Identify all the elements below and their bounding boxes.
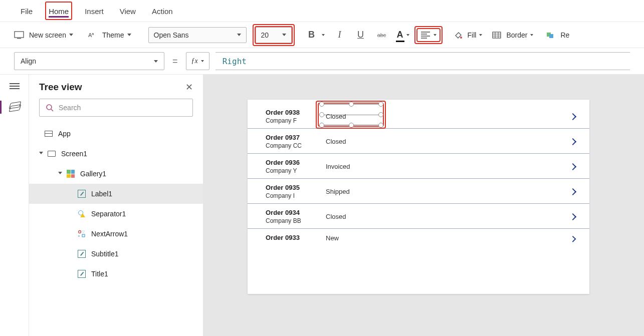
border-icon <box>492 32 501 39</box>
label-icon <box>77 269 86 278</box>
chevron-right-icon <box>569 188 576 195</box>
font-color-button[interactable]: A <box>396 28 410 42</box>
tree-view-icon[interactable] <box>9 101 20 112</box>
tree-item-title[interactable]: Title1 <box>29 264 203 284</box>
order-title: Order 0935 <box>266 184 326 191</box>
next-arrow[interactable] <box>570 214 581 219</box>
hamburger-icon[interactable] <box>9 82 21 91</box>
theme-button[interactable]: Theme <box>101 29 132 41</box>
italic-button[interactable]: I <box>333 28 347 42</box>
strikethrough-button[interactable]: abc <box>375 28 389 42</box>
chevron-down-icon <box>201 60 204 62</box>
new-screen-icon <box>14 31 24 39</box>
align-icon <box>420 31 431 39</box>
svg-text:+: + <box>78 234 80 238</box>
svg-rect-14 <box>549 34 553 38</box>
formula-value: Right <box>223 57 247 66</box>
gallery-icon <box>66 169 75 178</box>
expand-icon[interactable] <box>58 172 62 176</box>
equals-label: = <box>170 56 180 67</box>
tab-file[interactable]: File <box>18 2 36 20</box>
order-status: New <box>326 234 416 242</box>
order-status: Closed <box>326 213 416 220</box>
tree-item-label: Separator1 <box>91 210 126 218</box>
gallery-row[interactable]: Order 0934 Company BB Closed <box>248 204 589 229</box>
reorder-label: Re <box>560 31 569 39</box>
svg-rect-0 <box>15 32 24 38</box>
reorder-button[interactable]: Re <box>559 29 570 41</box>
formula-bar: Align = ƒx Right <box>0 48 644 74</box>
property-select[interactable]: Align <box>14 52 164 70</box>
chevron-right-icon <box>569 138 576 145</box>
theme-label: Theme <box>102 31 124 39</box>
canvas[interactable]: Order 0938 Company F Closed <box>203 75 644 336</box>
icons-icon: ♡+ <box>77 229 86 238</box>
tree-item-label1[interactable]: Label1 <box>29 184 203 204</box>
main-area: Tree view ✕ Search App Screen1 Gallery1 <box>0 74 644 336</box>
chevron-right-icon <box>569 213 576 220</box>
chevron-down-icon <box>127 34 131 36</box>
tree-item-screen[interactable]: Screen1 <box>29 144 203 164</box>
underline-button[interactable]: U <box>354 28 368 42</box>
fx-button[interactable]: ƒx <box>186 52 209 70</box>
chevron-down-icon <box>434 34 437 36</box>
tree-item-nextarrow[interactable]: ♡+ NextArrow1 <box>29 224 203 244</box>
tree-item-subtitle[interactable]: Subtitle1 <box>29 244 203 264</box>
next-arrow[interactable] <box>570 114 581 119</box>
chevron-down-icon <box>69 34 73 36</box>
fx-label: ƒx <box>191 57 198 65</box>
formula-input[interactable]: Right <box>216 52 630 70</box>
separator-icon <box>77 209 86 218</box>
gallery-row[interactable]: Order 0937 Company CC Closed <box>248 129 589 154</box>
bold-button[interactable]: B <box>304 26 326 44</box>
gallery-row[interactable]: Order 0933 New <box>248 229 589 246</box>
new-screen-button[interactable]: New screen <box>28 29 74 41</box>
next-arrow[interactable] <box>570 236 581 241</box>
tab-action[interactable]: Action <box>149 2 176 20</box>
close-icon[interactable]: ✕ <box>185 82 193 93</box>
font-size-select[interactable]: 20 <box>256 27 292 43</box>
next-arrow[interactable] <box>570 139 581 144</box>
svg-rect-1 <box>17 38 21 39</box>
tab-view[interactable]: View <box>117 2 139 20</box>
tree-item-app[interactable]: App <box>29 124 203 144</box>
svg-text:Aª: Aª <box>88 32 94 38</box>
font-color-swatch <box>396 41 404 42</box>
chevron-down-icon <box>282 34 286 36</box>
tree-item-gallery[interactable]: Gallery1 <box>29 164 203 184</box>
tab-home[interactable]: Home <box>46 2 72 20</box>
gallery-row[interactable]: Order 0936 Company Y Invoiced <box>248 154 589 179</box>
svg-point-17 <box>79 231 81 233</box>
fill-button[interactable]: Fill <box>467 29 484 41</box>
order-status[interactable]: Closed <box>326 113 346 120</box>
next-arrow[interactable] <box>570 164 581 169</box>
font-name-select[interactable]: Open Sans <box>148 27 247 43</box>
next-arrow[interactable] <box>570 189 581 194</box>
tree-search-input[interactable]: Search <box>39 99 193 117</box>
chevron-down-icon <box>322 34 325 36</box>
font-color-label: A <box>397 30 403 40</box>
gallery-row[interactable]: Order 0935 Company I Shipped <box>248 179 589 204</box>
order-title: Order 0937 <box>266 134 326 141</box>
order-subtitle: Company Y <box>266 167 326 174</box>
app-icon <box>44 129 53 138</box>
chevron-down-icon <box>530 34 533 36</box>
expand-icon[interactable] <box>39 152 43 156</box>
gallery-row[interactable]: Order 0938 Company F Closed <box>248 100 589 129</box>
tree-item-label: Subtitle1 <box>91 250 118 258</box>
border-button[interactable]: Border <box>505 29 534 41</box>
order-title: Order 0934 <box>266 209 326 216</box>
fill-label: Fill <box>468 31 477 39</box>
tree-item-separator[interactable]: Separator1 <box>29 204 203 224</box>
order-status: Closed <box>326 138 416 145</box>
tree-item-label: Gallery1 <box>80 170 106 178</box>
order-title: Order 0938 <box>266 109 326 116</box>
tree-item-label: Screen1 <box>61 150 87 158</box>
svg-text:♡: ♡ <box>82 230 85 233</box>
tree-item-label: App <box>58 130 71 138</box>
search-placeholder: Search <box>59 104 81 112</box>
border-label: Border <box>506 31 527 39</box>
text-align-button[interactable] <box>417 29 440 41</box>
tab-insert[interactable]: Insert <box>82 2 107 20</box>
chevron-down-icon <box>479 34 482 36</box>
